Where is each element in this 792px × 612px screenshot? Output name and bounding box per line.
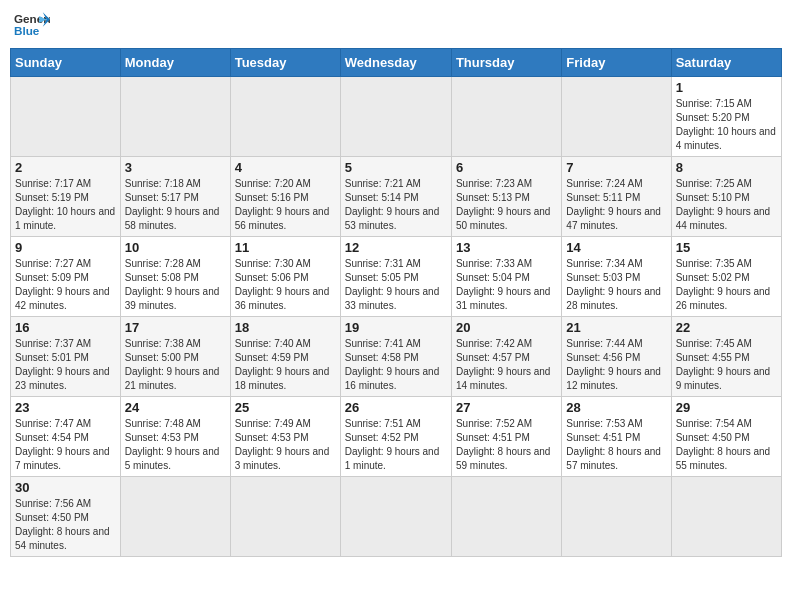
col-header-saturday: Saturday [671, 49, 781, 77]
day-info: Sunrise: 7:25 AM Sunset: 5:10 PM Dayligh… [676, 177, 777, 233]
calendar-week-row: 9Sunrise: 7:27 AM Sunset: 5:09 PM Daylig… [11, 237, 782, 317]
calendar-day: 25Sunrise: 7:49 AM Sunset: 4:53 PM Dayli… [230, 397, 340, 477]
calendar-day [230, 77, 340, 157]
day-info: Sunrise: 7:42 AM Sunset: 4:57 PM Dayligh… [456, 337, 557, 393]
calendar-day: 3Sunrise: 7:18 AM Sunset: 5:17 PM Daylig… [120, 157, 230, 237]
day-number: 7 [566, 160, 666, 175]
day-info: Sunrise: 7:53 AM Sunset: 4:51 PM Dayligh… [566, 417, 666, 473]
calendar-day: 11Sunrise: 7:30 AM Sunset: 5:06 PM Dayli… [230, 237, 340, 317]
day-number: 5 [345, 160, 447, 175]
day-info: Sunrise: 7:45 AM Sunset: 4:55 PM Dayligh… [676, 337, 777, 393]
day-info: Sunrise: 7:27 AM Sunset: 5:09 PM Dayligh… [15, 257, 116, 313]
day-number: 23 [15, 400, 116, 415]
day-number: 29 [676, 400, 777, 415]
day-number: 9 [15, 240, 116, 255]
day-number: 25 [235, 400, 336, 415]
calendar-week-row: 16Sunrise: 7:37 AM Sunset: 5:01 PM Dayli… [11, 317, 782, 397]
calendar-table: SundayMondayTuesdayWednesdayThursdayFrid… [10, 48, 782, 557]
calendar-day: 27Sunrise: 7:52 AM Sunset: 4:51 PM Dayli… [451, 397, 561, 477]
calendar-day [340, 477, 451, 557]
calendar-day: 26Sunrise: 7:51 AM Sunset: 4:52 PM Dayli… [340, 397, 451, 477]
day-info: Sunrise: 7:47 AM Sunset: 4:54 PM Dayligh… [15, 417, 116, 473]
day-number: 14 [566, 240, 666, 255]
day-info: Sunrise: 7:49 AM Sunset: 4:53 PM Dayligh… [235, 417, 336, 473]
day-info: Sunrise: 7:34 AM Sunset: 5:03 PM Dayligh… [566, 257, 666, 313]
day-number: 6 [456, 160, 557, 175]
calendar-day: 30Sunrise: 7:56 AM Sunset: 4:50 PM Dayli… [11, 477, 121, 557]
day-info: Sunrise: 7:40 AM Sunset: 4:59 PM Dayligh… [235, 337, 336, 393]
calendar-day: 7Sunrise: 7:24 AM Sunset: 5:11 PM Daylig… [562, 157, 671, 237]
calendar-day: 29Sunrise: 7:54 AM Sunset: 4:50 PM Dayli… [671, 397, 781, 477]
calendar-day: 24Sunrise: 7:48 AM Sunset: 4:53 PM Dayli… [120, 397, 230, 477]
day-info: Sunrise: 7:52 AM Sunset: 4:51 PM Dayligh… [456, 417, 557, 473]
calendar-day: 23Sunrise: 7:47 AM Sunset: 4:54 PM Dayli… [11, 397, 121, 477]
day-info: Sunrise: 7:41 AM Sunset: 4:58 PM Dayligh… [345, 337, 447, 393]
day-number: 30 [15, 480, 116, 495]
calendar-day: 9Sunrise: 7:27 AM Sunset: 5:09 PM Daylig… [11, 237, 121, 317]
calendar-day [120, 77, 230, 157]
calendar-day: 28Sunrise: 7:53 AM Sunset: 4:51 PM Dayli… [562, 397, 671, 477]
calendar-day [230, 477, 340, 557]
day-number: 22 [676, 320, 777, 335]
calendar-day [562, 477, 671, 557]
calendar-week-row: 23Sunrise: 7:47 AM Sunset: 4:54 PM Dayli… [11, 397, 782, 477]
logo: General Blue [14, 10, 50, 38]
logo-icon: General Blue [14, 10, 50, 38]
col-header-monday: Monday [120, 49, 230, 77]
day-number: 10 [125, 240, 226, 255]
day-number: 28 [566, 400, 666, 415]
calendar-day: 18Sunrise: 7:40 AM Sunset: 4:59 PM Dayli… [230, 317, 340, 397]
day-info: Sunrise: 7:24 AM Sunset: 5:11 PM Dayligh… [566, 177, 666, 233]
calendar-day: 20Sunrise: 7:42 AM Sunset: 4:57 PM Dayli… [451, 317, 561, 397]
day-info: Sunrise: 7:15 AM Sunset: 5:20 PM Dayligh… [676, 97, 777, 153]
day-info: Sunrise: 7:17 AM Sunset: 5:19 PM Dayligh… [15, 177, 116, 233]
calendar-week-row: 1Sunrise: 7:15 AM Sunset: 5:20 PM Daylig… [11, 77, 782, 157]
day-info: Sunrise: 7:54 AM Sunset: 4:50 PM Dayligh… [676, 417, 777, 473]
calendar-day: 17Sunrise: 7:38 AM Sunset: 5:00 PM Dayli… [120, 317, 230, 397]
day-number: 20 [456, 320, 557, 335]
calendar-day [671, 477, 781, 557]
day-number: 15 [676, 240, 777, 255]
svg-text:Blue: Blue [14, 24, 40, 37]
calendar-week-row: 2Sunrise: 7:17 AM Sunset: 5:19 PM Daylig… [11, 157, 782, 237]
calendar-day: 16Sunrise: 7:37 AM Sunset: 5:01 PM Dayli… [11, 317, 121, 397]
day-number: 18 [235, 320, 336, 335]
day-info: Sunrise: 7:33 AM Sunset: 5:04 PM Dayligh… [456, 257, 557, 313]
day-number: 27 [456, 400, 557, 415]
day-number: 3 [125, 160, 226, 175]
calendar-day: 8Sunrise: 7:25 AM Sunset: 5:10 PM Daylig… [671, 157, 781, 237]
col-header-tuesday: Tuesday [230, 49, 340, 77]
day-info: Sunrise: 7:30 AM Sunset: 5:06 PM Dayligh… [235, 257, 336, 313]
day-number: 8 [676, 160, 777, 175]
day-number: 4 [235, 160, 336, 175]
col-header-friday: Friday [562, 49, 671, 77]
calendar-day: 5Sunrise: 7:21 AM Sunset: 5:14 PM Daylig… [340, 157, 451, 237]
day-info: Sunrise: 7:35 AM Sunset: 5:02 PM Dayligh… [676, 257, 777, 313]
calendar-day: 2Sunrise: 7:17 AM Sunset: 5:19 PM Daylig… [11, 157, 121, 237]
calendar-day: 1Sunrise: 7:15 AM Sunset: 5:20 PM Daylig… [671, 77, 781, 157]
day-number: 11 [235, 240, 336, 255]
calendar-week-row: 30Sunrise: 7:56 AM Sunset: 4:50 PM Dayli… [11, 477, 782, 557]
calendar-day [451, 77, 561, 157]
calendar-day: 4Sunrise: 7:20 AM Sunset: 5:16 PM Daylig… [230, 157, 340, 237]
day-number: 12 [345, 240, 447, 255]
day-info: Sunrise: 7:56 AM Sunset: 4:50 PM Dayligh… [15, 497, 116, 553]
col-header-sunday: Sunday [11, 49, 121, 77]
calendar-day: 13Sunrise: 7:33 AM Sunset: 5:04 PM Dayli… [451, 237, 561, 317]
day-info: Sunrise: 7:48 AM Sunset: 4:53 PM Dayligh… [125, 417, 226, 473]
day-number: 24 [125, 400, 226, 415]
calendar-day [451, 477, 561, 557]
day-info: Sunrise: 7:38 AM Sunset: 5:00 PM Dayligh… [125, 337, 226, 393]
day-info: Sunrise: 7:31 AM Sunset: 5:05 PM Dayligh… [345, 257, 447, 313]
calendar-day: 12Sunrise: 7:31 AM Sunset: 5:05 PM Dayli… [340, 237, 451, 317]
calendar-day: 14Sunrise: 7:34 AM Sunset: 5:03 PM Dayli… [562, 237, 671, 317]
day-info: Sunrise: 7:37 AM Sunset: 5:01 PM Dayligh… [15, 337, 116, 393]
calendar-day [340, 77, 451, 157]
day-info: Sunrise: 7:21 AM Sunset: 5:14 PM Dayligh… [345, 177, 447, 233]
calendar-day [120, 477, 230, 557]
calendar-day: 10Sunrise: 7:28 AM Sunset: 5:08 PM Dayli… [120, 237, 230, 317]
calendar-header-row: SundayMondayTuesdayWednesdayThursdayFrid… [11, 49, 782, 77]
day-number: 13 [456, 240, 557, 255]
calendar-day: 22Sunrise: 7:45 AM Sunset: 4:55 PM Dayli… [671, 317, 781, 397]
col-header-wednesday: Wednesday [340, 49, 451, 77]
